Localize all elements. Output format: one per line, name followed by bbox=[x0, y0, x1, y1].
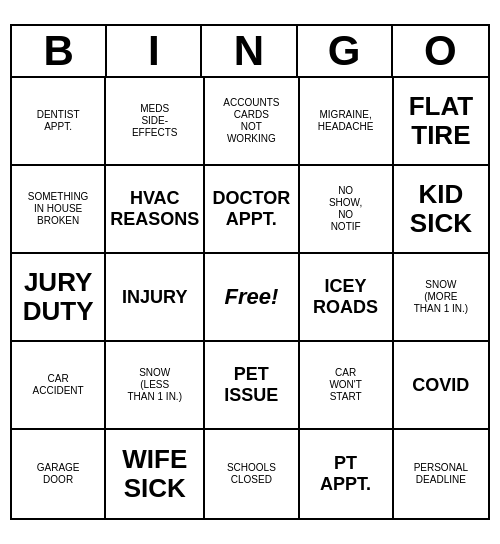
bingo-cell-6: HVAC Reasons bbox=[106, 166, 205, 254]
header-letter-i: I bbox=[107, 26, 202, 76]
bingo-card: BINGO DENTIST APPT.MEDS SIDE- EFFECTSACC… bbox=[10, 24, 490, 520]
cell-text-17: PET ISSUE bbox=[224, 364, 278, 405]
bingo-cell-14: SNOW (More than 1 in.) bbox=[394, 254, 488, 342]
header-letter-g: G bbox=[298, 26, 393, 76]
cell-text-5: SOMETHING IN HOUSE BROKEN bbox=[28, 191, 89, 227]
free-space: Free! bbox=[224, 284, 278, 310]
cell-text-2: ACCOUNTS CARDS NOT WORKING bbox=[223, 97, 279, 145]
bingo-cell-0: DENTIST APPT. bbox=[12, 78, 106, 166]
bingo-cell-21: WIFE SICK bbox=[106, 430, 205, 518]
cell-text-1: MEDS SIDE- EFFECTS bbox=[132, 103, 178, 139]
bingo-cell-9: KID SICK bbox=[394, 166, 488, 254]
bingo-cell-15: CAR ACCIDENT bbox=[12, 342, 106, 430]
bingo-cell-3: MIGRAINE, HEADACHE bbox=[300, 78, 394, 166]
bingo-cell-7: DOCTOR APPT. bbox=[205, 166, 299, 254]
header-letter-n: N bbox=[202, 26, 297, 76]
cell-text-22: SCHOOLS CLOSED bbox=[227, 462, 276, 486]
cell-text-0: DENTIST APPT. bbox=[37, 109, 80, 133]
cell-text-11: INJURY bbox=[122, 287, 187, 308]
bingo-cell-13: ICEY ROADS bbox=[300, 254, 394, 342]
bingo-cell-16: SNOW (Less than 1 in.) bbox=[106, 342, 205, 430]
cell-text-14: SNOW (More than 1 in.) bbox=[414, 279, 468, 315]
cell-text-16: SNOW (Less than 1 in.) bbox=[128, 367, 182, 403]
cell-text-18: CAR WON'T START bbox=[329, 367, 361, 403]
bingo-grid: DENTIST APPT.MEDS SIDE- EFFECTSACCOUNTS … bbox=[12, 78, 488, 518]
bingo-cell-11: INJURY bbox=[106, 254, 205, 342]
cell-text-9: KID SICK bbox=[410, 180, 472, 237]
bingo-cell-1: MEDS SIDE- EFFECTS bbox=[106, 78, 205, 166]
bingo-header: BINGO bbox=[12, 26, 488, 78]
bingo-cell-19: COVID bbox=[394, 342, 488, 430]
cell-text-23: PT APPT. bbox=[320, 453, 371, 494]
bingo-cell-10: JURY DUTY bbox=[12, 254, 106, 342]
bingo-cell-23: PT APPT. bbox=[300, 430, 394, 518]
cell-text-7: DOCTOR APPT. bbox=[213, 188, 291, 229]
bingo-cell-22: SCHOOLS CLOSED bbox=[205, 430, 299, 518]
cell-text-20: GARAGE DOOR bbox=[37, 462, 80, 486]
cell-text-3: MIGRAINE, HEADACHE bbox=[318, 109, 374, 133]
bingo-cell-20: GARAGE DOOR bbox=[12, 430, 106, 518]
bingo-cell-8: NO SHOW, NO NOTIF bbox=[300, 166, 394, 254]
bingo-cell-18: CAR WON'T START bbox=[300, 342, 394, 430]
bingo-cell-4: FLAT TIRE bbox=[394, 78, 488, 166]
bingo-cell-5: SOMETHING IN HOUSE BROKEN bbox=[12, 166, 106, 254]
header-letter-o: O bbox=[393, 26, 488, 76]
bingo-cell-2: ACCOUNTS CARDS NOT WORKING bbox=[205, 78, 299, 166]
cell-text-24: PERSONAL DEADLINE bbox=[414, 462, 468, 486]
bingo-cell-12: Free! bbox=[205, 254, 299, 342]
cell-text-6: HVAC Reasons bbox=[110, 188, 199, 229]
cell-text-4: FLAT TIRE bbox=[409, 92, 474, 149]
bingo-cell-24: PERSONAL DEADLINE bbox=[394, 430, 488, 518]
cell-text-19: COVID bbox=[412, 375, 469, 396]
cell-text-8: NO SHOW, NO NOTIF bbox=[329, 185, 362, 233]
bingo-cell-17: PET ISSUE bbox=[205, 342, 299, 430]
cell-text-13: ICEY ROADS bbox=[313, 276, 378, 317]
cell-text-10: JURY DUTY bbox=[23, 268, 94, 325]
cell-text-21: WIFE SICK bbox=[122, 445, 187, 502]
cell-text-15: CAR ACCIDENT bbox=[33, 373, 84, 397]
header-letter-b: B bbox=[12, 26, 107, 76]
